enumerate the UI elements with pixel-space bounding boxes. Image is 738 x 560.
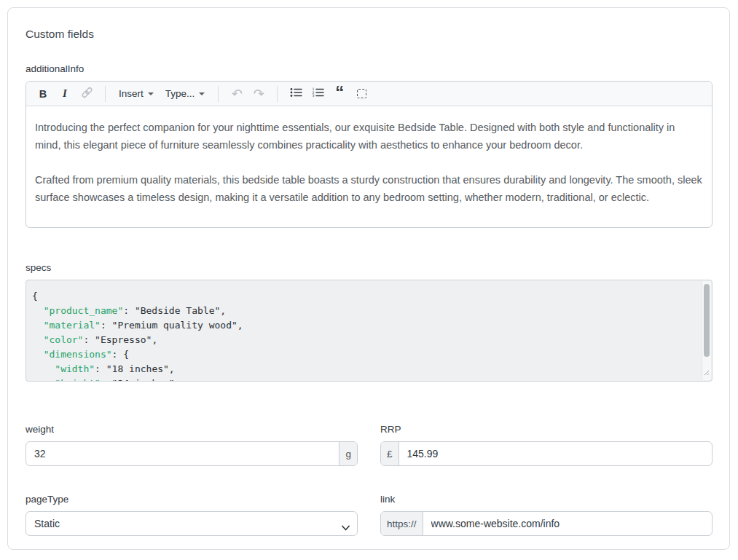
bullet-list-icon: [290, 87, 302, 100]
link-label: link: [380, 494, 713, 505]
type-dropdown-label: Type...: [165, 88, 195, 99]
toolbar-divider: [105, 86, 106, 102]
scrollbar-thumb[interactable]: [704, 284, 710, 357]
specs-label: specs: [25, 262, 713, 273]
page-type-select-wrap: Static: [25, 511, 358, 536]
blockquote-icon: “: [335, 89, 344, 99]
rte-paragraph: Introducing the perfect companion for yo…: [35, 119, 702, 154]
blockquote-button[interactable]: “: [330, 84, 349, 103]
link-input[interactable]: [423, 512, 712, 535]
bold-button[interactable]: B: [34, 84, 52, 103]
rte-paragraph: Crafted from premium quality materials, …: [35, 171, 702, 206]
page-type-label: pageType: [25, 494, 358, 505]
rich-text-editor: B I Insert Type... ↶ ↷: [25, 81, 713, 228]
resize-grip[interactable]: [703, 366, 710, 379]
link-protocol-addon: https://: [381, 512, 423, 535]
undo-icon: ↶: [232, 87, 243, 100]
page-type-select[interactable]: Static: [25, 511, 358, 536]
custom-fields-card: Custom fields additionalInfo B I Insert …: [7, 7, 730, 550]
toolbar-divider: [218, 86, 219, 102]
toolbar-divider: [277, 86, 278, 102]
caret-down-icon: [199, 92, 205, 95]
weight-unit-addon: g: [339, 442, 357, 465]
insert-dropdown[interactable]: Insert: [114, 84, 158, 103]
additional-info-label: additionalInfo: [25, 63, 713, 74]
insert-dropdown-label: Insert: [119, 88, 144, 99]
weight-input[interactable]: [26, 442, 339, 465]
show-blocks-button[interactable]: [352, 84, 371, 103]
numbered-list-button[interactable]: 123: [308, 84, 327, 103]
specs-textarea[interactable]: { "product_name": "Bedside Table", "mate…: [25, 280, 713, 382]
rrp-currency-addon: £: [381, 442, 399, 465]
redo-button[interactable]: ↷: [249, 84, 268, 103]
rte-toolbar: B I Insert Type... ↶ ↷: [26, 82, 712, 106]
card-title: Custom fields: [25, 28, 713, 41]
italic-button[interactable]: I: [55, 84, 74, 103]
redo-icon: ↷: [254, 87, 264, 100]
link-input-group: https://: [380, 511, 713, 536]
type-dropdown[interactable]: Type...: [161, 84, 210, 103]
bullet-list-button[interactable]: [286, 84, 305, 103]
svg-text:3: 3: [312, 94, 314, 98]
dashed-square-icon: [357, 89, 366, 98]
caret-down-icon: [148, 92, 154, 95]
rrp-label: RRP: [380, 424, 713, 435]
weight-label: weight: [25, 424, 358, 435]
rrp-input-group: £: [380, 441, 713, 466]
numbered-list-icon: 123: [312, 87, 324, 100]
specs-code: { "product_name": "Bedside Table", "mate…: [26, 280, 712, 382]
rte-content[interactable]: Introducing the perfect companion for yo…: [26, 106, 712, 227]
rrp-input[interactable]: [399, 442, 712, 465]
link-button[interactable]: [77, 84, 96, 103]
weight-input-group: g: [25, 441, 358, 466]
link-icon: [81, 87, 93, 100]
undo-button[interactable]: ↶: [227, 84, 246, 103]
scrollbar-track[interactable]: [702, 281, 711, 380]
